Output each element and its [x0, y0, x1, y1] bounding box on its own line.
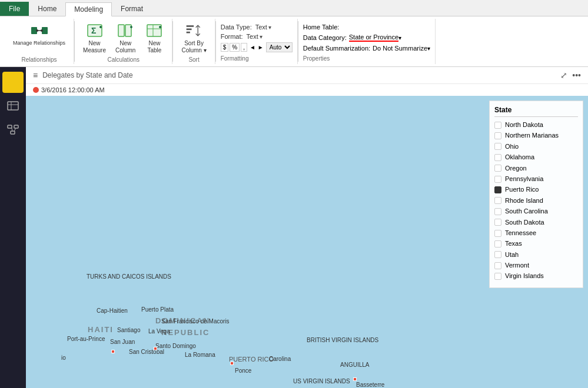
- comma-button[interactable]: ,: [241, 43, 247, 52]
- legend-item[interactable]: Oregon: [494, 164, 578, 173]
- sidebar-icon-chart[interactable]: [2, 72, 24, 93]
- dollar-button[interactable]: $: [221, 43, 229, 52]
- map-label: Ponce: [235, 367, 251, 374]
- legend-item-label: Vermont: [505, 261, 529, 270]
- sort-by-column-button[interactable]: Sort ByColumn ▾: [178, 20, 210, 55]
- sort-by-column-label: Sort ByColumn ▾: [181, 40, 206, 54]
- home-table-label: Home Table:: [303, 24, 340, 31]
- map-label: TURKS AND CAICOS ISLANDS: [87, 273, 171, 280]
- map-label: Santo Domingo: [155, 343, 196, 349]
- legend-item-label: Texas: [505, 239, 522, 248]
- map-label: DOMINICAN: [155, 316, 210, 325]
- percent-button[interactable]: %: [230, 43, 240, 52]
- legend-item[interactable]: Tennessee: [494, 229, 578, 238]
- legend-item[interactable]: Northern Marianas: [494, 131, 578, 140]
- map-label: PUERTO RICO: [229, 356, 274, 363]
- home-table-row: Home Table:: [303, 24, 430, 31]
- sort-group-label: Sort: [188, 55, 199, 63]
- manage-relationships-button[interactable]: Manage Relationships: [9, 20, 69, 48]
- date-value: 3/6/2016 12:00:00 AM: [41, 86, 105, 93]
- default-summarization-row: Default Summarization: Do Not Summarize …: [303, 45, 430, 52]
- legend-item[interactable]: Pennsylvania: [494, 175, 578, 183]
- new-table-icon: [145, 21, 164, 40]
- default-summarization-value[interactable]: Do Not Summarize: [373, 45, 427, 52]
- new-column-label: NewColumn: [115, 40, 135, 54]
- legend-item[interactable]: Ohio: [494, 142, 578, 151]
- legend-dot: [494, 186, 501, 193]
- legend-dot: [494, 197, 501, 204]
- new-measure-button[interactable]: Σ NewMeasure: [79, 20, 109, 55]
- legend-item[interactable]: Puerto Rico: [494, 185, 578, 194]
- date-badge: 3/6/2016 12:00:00 AM: [26, 84, 588, 96]
- map-area[interactable]: State North DakotaNorthern MarianasOhioO…: [26, 96, 588, 388]
- ribbon-group-properties: Home Table: Data Category: State or Prov…: [298, 19, 436, 64]
- legend-item[interactable]: Vermont: [494, 261, 578, 270]
- legend-dot: [494, 143, 501, 150]
- tab-home[interactable]: Home: [29, 2, 65, 16]
- more-options-icon[interactable]: •••: [572, 71, 581, 80]
- collapse-handle-icon[interactable]: ≡: [33, 71, 38, 80]
- data-type-value[interactable]: Text: [255, 24, 267, 31]
- new-table-label: NewTable: [147, 40, 161, 54]
- legend-item[interactable]: North Dakota: [494, 121, 578, 129]
- legend-item[interactable]: Utah: [494, 250, 578, 259]
- legend-item[interactable]: Rhode Island: [494, 196, 578, 205]
- svg-point-3: [36, 29, 38, 32]
- legend-dot: [494, 176, 501, 183]
- svg-text:Σ: Σ: [91, 26, 96, 35]
- decrease-decimal-icon[interactable]: ◄: [250, 44, 255, 51]
- new-column-button[interactable]: NewColumn: [112, 20, 139, 55]
- tab-bar: File Home Modeling Format: [0, 0, 588, 16]
- legend-item-label: Puerto Rico: [505, 185, 539, 194]
- legend-item-label: South Dakota: [505, 218, 544, 227]
- map-dot: [230, 362, 234, 365]
- legend-dot: [494, 154, 501, 161]
- auto-select[interactable]: Auto: [266, 42, 293, 52]
- ribbon: Manage Relationships Relationships Σ New…: [0, 16, 588, 67]
- svg-point-4: [41, 29, 43, 32]
- tab-format[interactable]: Format: [112, 2, 152, 16]
- legend-items: North DakotaNorthern MarianasOhioOklahom…: [494, 121, 578, 281]
- formatting-row-3: $ % , ◄ ► Auto: [221, 42, 293, 52]
- data-type-dropdown[interactable]: ▾: [268, 24, 271, 31]
- expand-icon[interactable]: ⤢: [560, 71, 567, 80]
- format-value[interactable]: Text: [247, 33, 258, 40]
- legend-item-label: Oklahoma: [505, 153, 534, 162]
- data-category-dropdown[interactable]: ▾: [398, 35, 401, 41]
- data-category-label: Data Category:: [303, 34, 347, 41]
- viz-title: Delegates by State and Date: [42, 71, 132, 79]
- legend-item[interactable]: South Dakota: [494, 218, 578, 227]
- legend-dot: [494, 230, 501, 237]
- svg-rect-29: [14, 125, 18, 128]
- data-category-value[interactable]: State or Province: [349, 34, 398, 42]
- formatting-group-label: Formatting: [221, 54, 249, 62]
- new-column-icon: [116, 21, 135, 40]
- format-dropdown[interactable]: ▾: [260, 34, 263, 40]
- legend-item[interactable]: South Carolina: [494, 207, 578, 216]
- tab-modeling[interactable]: Modeling: [65, 2, 112, 16]
- tab-file[interactable]: File: [0, 2, 29, 16]
- sidebar-icon-table[interactable]: [2, 95, 24, 116]
- svg-rect-30: [11, 131, 15, 134]
- map-label: La Romana: [185, 352, 215, 358]
- sidebar-icon-schema[interactable]: [2, 119, 24, 140]
- map-label: Carolina: [269, 356, 291, 362]
- legend-item[interactable]: Oklahoma: [494, 153, 578, 162]
- map-label: Port-au-Prince: [67, 336, 105, 342]
- increase-decimal-icon[interactable]: ►: [258, 44, 264, 51]
- map-label: US VIRGIN ISLANDS: [293, 378, 350, 384]
- legend-item-label: Utah: [505, 250, 519, 259]
- date-dot: [33, 87, 39, 93]
- new-measure-icon: Σ: [85, 21, 104, 40]
- map-label: ANGUILLA: [340, 362, 369, 368]
- legend-item-label: North Dakota: [505, 121, 543, 129]
- main-area: ≡ Delegates by State and Date ⤢ ••• 3/6/…: [0, 67, 588, 388]
- map-dot: [111, 350, 115, 353]
- default-summarization-dropdown[interactable]: ▾: [427, 45, 430, 52]
- legend-item[interactable]: Virgin Islands: [494, 272, 578, 280]
- new-table-button[interactable]: NewTable: [141, 20, 167, 55]
- legend-item-label: Tennessee: [505, 229, 536, 238]
- content-area: ≡ Delegates by State and Date ⤢ ••• 3/6/…: [26, 67, 588, 388]
- map-label: BRITISH VIRGIN ISLANDS: [307, 337, 378, 343]
- legend-item[interactable]: Texas: [494, 239, 578, 248]
